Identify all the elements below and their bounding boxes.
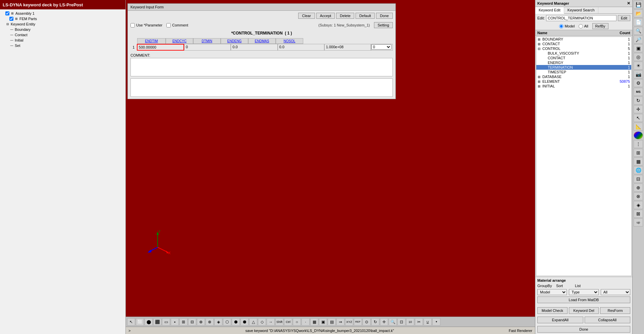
cell-endeng[interactable] — [278, 44, 324, 51]
tab-keyword-edit[interactable]: Keyword Edit — [535, 7, 564, 14]
cell-endcyc[interactable] — [184, 44, 231, 51]
mesh4-icon[interactable]: ⊗ — [206, 318, 214, 326]
box-icon[interactable]: ⬜ — [136, 318, 144, 326]
tree-item-boundary[interactable]: — Boundary — [1, 27, 124, 32]
mesh6-icon[interactable]: ⬡ — [223, 318, 231, 326]
face-icon[interactable]: ▣ — [319, 318, 327, 326]
edit-input[interactable] — [546, 15, 616, 21]
use-parameter-checkbox[interactable]: Use *Parameter — [130, 23, 162, 27]
close-icon[interactable]: ✕ — [627, 1, 630, 6]
cursor-tool-icon[interactable]: ↖ — [127, 318, 135, 326]
res-form-button[interactable]: ResForm — [600, 307, 630, 314]
mesh7-icon[interactable]: ⬢ — [232, 318, 240, 326]
list-item-contact-top[interactable]: ⊞ CONTACT 1 — [536, 42, 631, 46]
open-icon[interactable]: 📂 — [634, 9, 643, 17]
zoom-out-icon[interactable]: 🔎 — [634, 36, 643, 44]
arrow-icon[interactable]: → — [267, 318, 275, 326]
default-button[interactable]: Default — [356, 13, 375, 19]
list-item-control-contact[interactable]: CONTACT 1 — [536, 56, 631, 60]
xyz-icon[interactable]: XYZ — [345, 318, 353, 326]
zoom-in-icon[interactable]: 🔍 — [634, 27, 643, 35]
color-icon[interactable] — [634, 131, 643, 139]
more5-icon[interactable]: ⊟ — [634, 175, 643, 183]
plane-icon[interactable]: ▭ — [162, 318, 170, 326]
header-dtmin[interactable]: DTMIN — [193, 38, 221, 44]
arrow2-icon[interactable]: ⇒ — [336, 318, 344, 326]
cyl-icon[interactable]: ⬛ — [153, 318, 161, 326]
zoom-icon[interactable]: 🔍 — [389, 318, 397, 326]
input-endtim[interactable] — [138, 45, 183, 50]
more7-icon[interactable]: ⊗ — [634, 192, 643, 200]
cut-icon[interactable]: 10 — [406, 318, 414, 326]
expand-boundary-icon[interactable]: ⊞ — [538, 38, 542, 41]
new-icon[interactable]: 📄 — [634, 18, 643, 26]
camera-icon[interactable]: 📷 — [634, 70, 643, 78]
delete-button[interactable]: Delete — [336, 13, 354, 19]
more6-icon[interactable]: ⊕ — [634, 184, 643, 192]
cell-endmas[interactable] — [324, 44, 371, 51]
mesh1-icon[interactable]: ⊞ — [179, 318, 187, 326]
cell-nosol[interactable]: 0 1 2 — [371, 44, 393, 51]
tree-item-fem-parts[interactable]: ⊞ FEM Parts — [1, 16, 124, 21]
edit-button[interactable]: Edit — [618, 15, 630, 21]
list-item-energy[interactable]: ENERGY 1 — [536, 60, 631, 65]
header-nosol[interactable]: NOSOL — [276, 38, 303, 44]
header-endmas[interactable]: ENDMAS — [248, 38, 276, 44]
manager-done-button[interactable]: Done — [537, 326, 630, 333]
mesh10-icon[interactable]: ◇ — [258, 318, 266, 326]
list-item-database[interactable]: ⊞ DATABASE 1 — [536, 74, 631, 79]
expand-initial-icon[interactable]: ⊞ — [538, 84, 542, 88]
mesh5-icon[interactable]: ◈ — [214, 318, 222, 326]
point-icon[interactable]: • — [432, 318, 440, 326]
vol-icon[interactable]: ▤ — [328, 318, 336, 326]
comment-textarea2[interactable] — [130, 78, 393, 97]
render-icon[interactable]: ▣ — [634, 44, 643, 52]
u-icon[interactable]: U — [424, 318, 432, 326]
tree-item-contact[interactable]: — Contact — [1, 32, 124, 38]
more2-icon[interactable]: ⊞ — [634, 149, 643, 157]
more4-icon[interactable]: 🌐 — [634, 166, 643, 174]
mesh3-icon[interactable]: ⊕ — [197, 318, 205, 326]
done-button[interactable]: Done — [376, 13, 393, 19]
more9-icon[interactable]: ⊠ — [634, 210, 643, 218]
measure-icon[interactable]: 📐 — [634, 123, 643, 131]
cube-icon[interactable]: ▪ — [171, 318, 179, 326]
keyword-list[interactable]: ⊞ BOUNDARY 1 ⊞ CONTACT 1 ⊟ CONTROL 5 BUL… — [536, 37, 632, 276]
node-icon[interactable]: · — [302, 318, 310, 326]
trans-icon[interactable]: ✛ — [380, 318, 388, 326]
save-icon[interactable]: 💾 — [634, 1, 643, 9]
sort-select[interactable]: Type — [569, 289, 598, 295]
tree-item-initial[interactable]: — Initial — [1, 38, 124, 43]
list-item-termination[interactable]: TERMINATION 1 — [536, 65, 631, 70]
header-endeng[interactable]: ENDENG — [221, 38, 248, 44]
rot-icon[interactable]: ↻ — [371, 318, 379, 326]
more8-icon[interactable]: ◈ — [634, 201, 643, 209]
ref-icon[interactable]: REF — [354, 318, 362, 326]
list-item-boundary[interactable]: ⊞ BOUNDARY 1 — [536, 37, 631, 42]
expand-control-icon[interactable]: ⊟ — [538, 47, 542, 51]
group-by-select[interactable]: Model — [537, 289, 567, 295]
material-icon[interactable]: ◎ — [634, 53, 643, 61]
tab-keyword-search[interactable]: Keyword Search — [564, 7, 598, 13]
list-item-control[interactable]: ⊟ CONTROL 5 — [536, 46, 631, 51]
mesh8-icon[interactable]: ⬣ — [240, 318, 249, 326]
list-select[interactable]: All — [601, 289, 630, 295]
shift-icon[interactable]: Shift — [275, 318, 283, 326]
fit-icon[interactable]: ⊡ — [397, 318, 406, 326]
clip-icon[interactable]: ✂ — [415, 318, 423, 326]
mesh2-icon[interactable]: ⊟ — [188, 318, 196, 326]
header-endcyc[interactable]: ENDCYC — [166, 38, 193, 44]
refby-button[interactable]: RefBy — [592, 23, 608, 29]
cell-endtim[interactable] — [137, 44, 184, 51]
accept-button[interactable]: Accept — [316, 13, 335, 19]
input-endcyc[interactable] — [184, 44, 230, 50]
collapse-all-button[interactable]: CollapseAll — [585, 317, 631, 323]
input-endeng[interactable] — [278, 44, 324, 50]
element-icon[interactable]: ▦ — [310, 318, 318, 326]
tree-item-assembly1[interactable]: ⊞ Assembly 1 — [1, 11, 124, 16]
radio-model[interactable]: Model — [559, 24, 575, 28]
setting-button[interactable]: Setting — [374, 22, 393, 28]
list-item-initial[interactable]: ⊞ INITIAL 1 — [536, 84, 631, 88]
more3-icon[interactable]: ▦ — [634, 157, 643, 165]
comment-checkbox[interactable]: Comment — [166, 23, 188, 27]
